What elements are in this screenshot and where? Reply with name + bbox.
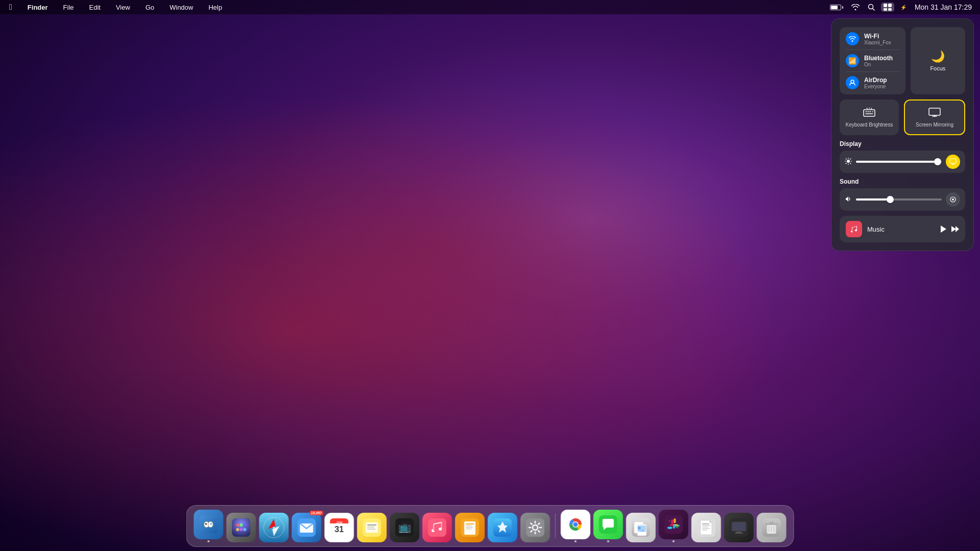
dock-item-messages[interactable]	[594, 510, 623, 542]
script-icon	[692, 513, 721, 542]
search-menubar-icon[interactable]	[866, 3, 877, 12]
dock-item-screenshot[interactable]	[724, 513, 754, 542]
finder-icon	[194, 510, 224, 539]
screen-mirroring-tile[interactable]: Screen Mirroring	[904, 99, 965, 135]
cc-mid-row: Keyboard Brightness Screen Mirroring	[840, 99, 965, 135]
sound-volume-slider[interactable]	[856, 198, 942, 201]
dock-item-script[interactable]	[692, 513, 721, 542]
control-center-menubar-icon[interactable]	[881, 3, 894, 12]
music-dock-icon	[423, 513, 452, 542]
charging-icon: ⚡	[898, 4, 909, 11]
svg-point-90	[573, 522, 578, 527]
svg-point-44	[236, 523, 239, 527]
svg-text:JAN: JAN	[336, 521, 342, 524]
datetime-display[interactable]: Mon 31 Jan 17:29	[913, 2, 974, 12]
focus-label: Focus	[930, 65, 945, 71]
dock-item-notes[interactable]	[357, 513, 387, 542]
settings-icon	[521, 513, 550, 542]
finder-menu[interactable]: Finder	[24, 3, 51, 12]
svg-point-52	[273, 527, 275, 529]
edit-menu[interactable]: Edit	[86, 3, 104, 12]
help-menu[interactable]: Help	[205, 3, 225, 12]
dock-item-trash[interactable]	[757, 513, 787, 542]
display-screen-mirror-btn[interactable]	[946, 155, 960, 169]
svg-rect-72	[466, 523, 474, 524]
launchpad-icon	[227, 513, 256, 542]
wifi-toggle[interactable]: Wi-Fi Xiaomi_Fox	[846, 32, 899, 45]
display-slider-fill	[856, 161, 938, 163]
svg-rect-118	[770, 522, 774, 523]
bluetooth-subtitle: On	[864, 62, 893, 67]
dock-item-mail[interactable]: 15,457	[292, 513, 322, 542]
svg-line-16	[871, 108, 872, 109]
dock-item-launchpad[interactable]	[227, 513, 256, 542]
wifi-menubar-icon[interactable]	[849, 3, 862, 11]
svg-rect-102	[673, 524, 675, 529]
dock-item-safari[interactable]	[259, 513, 289, 542]
svg-rect-105	[702, 523, 709, 524]
svg-rect-108	[702, 528, 710, 529]
music-play-btn[interactable]	[940, 225, 947, 233]
svg-rect-71	[464, 521, 476, 535]
svg-rect-75	[466, 529, 472, 530]
safari-icon	[259, 513, 289, 542]
mail-icon	[292, 513, 322, 542]
svg-rect-8	[864, 110, 875, 116]
svg-point-7	[851, 80, 854, 83]
wifi-icon	[846, 32, 859, 45]
chrome-icon	[561, 510, 591, 539]
battery-tip	[842, 6, 843, 9]
dock-item-settings[interactable]	[521, 513, 550, 542]
display-brightness-slider[interactable]	[856, 161, 942, 163]
svg-rect-3	[888, 4, 892, 7]
svg-point-49	[243, 528, 247, 531]
slack-icon	[659, 510, 689, 539]
dock-item-preview[interactable]	[626, 513, 656, 542]
slack-dot	[673, 540, 675, 542]
svg-marker-35	[951, 226, 956, 232]
keyboard-brightness-tile[interactable]: Keyboard Brightness	[840, 99, 899, 135]
svg-rect-17	[929, 108, 940, 115]
apple-menu[interactable]: 	[6, 2, 15, 13]
dock-item-pages[interactable]	[455, 513, 485, 542]
dock-item-appletv[interactable]: 📺	[390, 513, 420, 542]
window-menu[interactable]: Window	[166, 3, 196, 12]
bluetooth-toggle[interactable]: 📶 Bluetooth On	[846, 54, 899, 67]
sound-slider-thumb	[887, 196, 894, 203]
svg-rect-29	[950, 159, 956, 163]
svg-line-28	[846, 163, 846, 163]
music-section: Music	[840, 216, 965, 242]
view-menu[interactable]: View	[113, 3, 133, 12]
conn-separator-1	[846, 49, 899, 50]
messages-dot	[607, 540, 609, 542]
dock-item-chrome[interactable]	[561, 510, 591, 542]
cc-top-row: Wi-Fi Xiaomi_Fox 📶 Bluetooth On	[840, 27, 965, 94]
dock-item-finder[interactable]	[194, 510, 224, 542]
airdrop-label: AirDrop	[864, 77, 887, 84]
go-menu[interactable]: Go	[142, 3, 157, 12]
airdrop-toggle[interactable]: AirDrop Everyone	[846, 76, 899, 89]
notes-icon	[357, 513, 387, 542]
svg-point-41	[210, 523, 212, 525]
focus-tile[interactable]: 🌙 Focus	[911, 27, 965, 94]
dock-divider	[555, 514, 556, 538]
calendar-icon: 31 JAN	[325, 513, 354, 542]
music-skip-btn[interactable]	[951, 225, 959, 233]
svg-point-46	[243, 523, 247, 527]
svg-point-6	[852, 40, 853, 42]
dock-item-slack[interactable]	[659, 510, 689, 542]
mail-badge: 15,457	[309, 511, 323, 515]
focus-icon: 🌙	[931, 50, 945, 63]
file-menu[interactable]: File	[60, 3, 77, 12]
dock-item-calendar[interactable]: 31 JAN	[325, 513, 354, 542]
trash-icon	[757, 513, 787, 542]
dock-item-music[interactable]	[423, 513, 452, 542]
svg-marker-34	[941, 226, 946, 233]
wifi-subtitle: Xiaomi_Fox	[864, 40, 891, 45]
control-center-panel: Wi-Fi Xiaomi_Fox 📶 Bluetooth On	[831, 18, 974, 251]
dock-item-appstore[interactable]	[488, 513, 518, 542]
music-controls	[940, 225, 959, 233]
sound-output-btn[interactable]	[946, 192, 960, 207]
menubar-left:  Finder File Edit View Go Window Help	[6, 2, 828, 13]
bluetooth-icon: 📶	[846, 54, 859, 67]
